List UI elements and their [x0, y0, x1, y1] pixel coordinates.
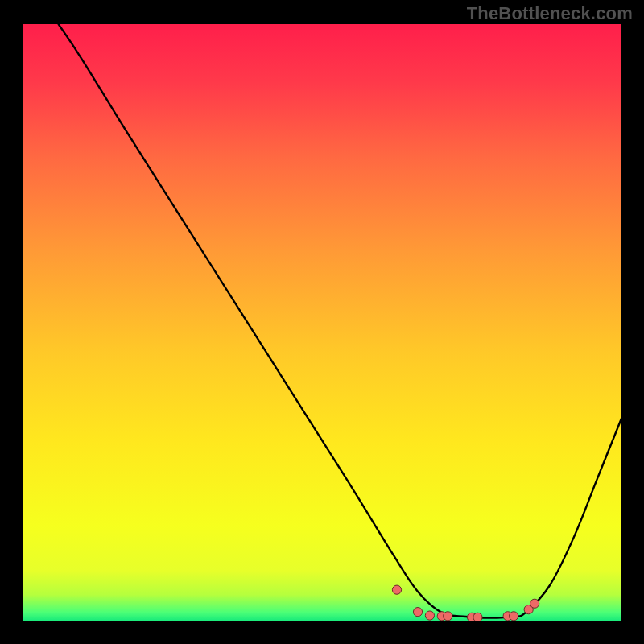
marker-dot	[530, 599, 539, 608]
marker-dot	[392, 585, 401, 594]
gradient-background	[23, 24, 621, 621]
bottleneck-chart-svg	[23, 24, 621, 621]
marker-dot	[413, 608, 422, 617]
marker-dot	[425, 611, 434, 620]
marker-dot	[473, 613, 482, 621]
plot-area	[23, 24, 621, 621]
marker-dot	[444, 612, 452, 621]
watermark-text: TheBottleneck.com	[467, 3, 633, 24]
marker-dot	[509, 612, 518, 621]
chart-frame: TheBottleneck.com	[0, 0, 644, 644]
